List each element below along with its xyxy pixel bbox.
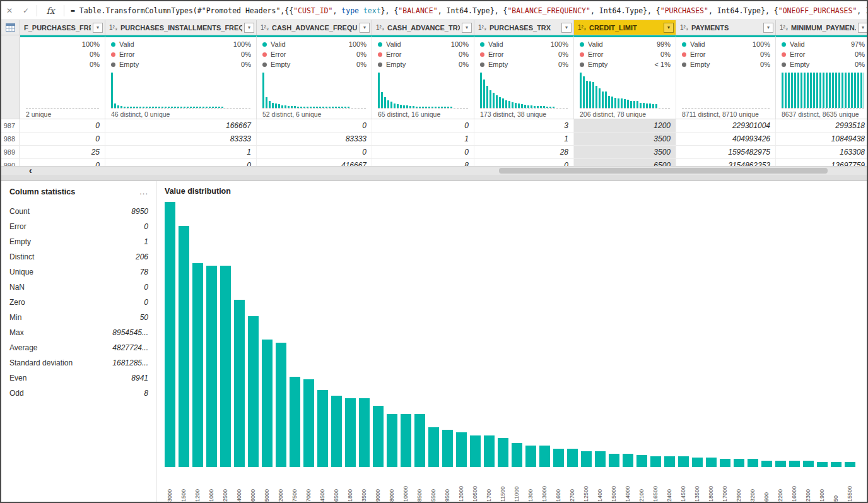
value-bar[interactable] (761, 461, 772, 468)
value-bar[interactable] (442, 430, 453, 467)
column-header-f-purchases-frequ[interactable]: F_PURCHASES_FREQU...▾ (20, 20, 105, 35)
value-bar[interactable] (636, 455, 647, 467)
table-cell[interactable]: 28 (474, 146, 574, 158)
value-bar[interactable] (775, 461, 786, 468)
filter-dropdown-icon[interactable]: ▾ (664, 23, 674, 33)
table-cell[interactable]: 1 (105, 146, 257, 158)
table-cell[interactable]: 3 (474, 119, 574, 132)
value-bar[interactable] (789, 461, 800, 468)
filter-dropdown-icon[interactable]: ▾ (93, 23, 103, 33)
value-bar[interactable] (650, 456, 661, 467)
column-header-payments[interactable]: 1²₃PAYMENTS▾ (676, 20, 776, 35)
table-cell[interactable]: 2993518 (776, 119, 867, 132)
table-cell[interactable]: 1 (372, 133, 474, 145)
table-cell[interactable]: 83333 (257, 133, 372, 145)
row-number[interactable]: 987 (1, 119, 20, 132)
table-cell[interactable]: 0 (372, 146, 474, 158)
value-bar[interactable] (553, 449, 564, 467)
scrollbar-thumb[interactable] (499, 168, 828, 174)
value-bar[interactable] (387, 414, 397, 467)
column-header-credit-limit[interactable]: 1²₃CREDIT_LIMIT▾ (574, 20, 676, 35)
filter-dropdown-icon[interactable]: ▾ (561, 23, 572, 33)
value-bar[interactable] (581, 451, 592, 467)
value-bar[interactable] (595, 451, 606, 467)
table-cell[interactable]: 3154862353 (676, 159, 776, 166)
value-bar[interactable] (567, 449, 578, 467)
value-bar[interactable] (359, 398, 370, 467)
value-bar[interactable] (678, 456, 689, 467)
cancel-formula-icon[interactable]: ✕ (1, 6, 18, 15)
value-bar[interactable] (179, 226, 189, 467)
select-all-corner[interactable] (1, 20, 20, 35)
table-cell[interactable]: 0 (372, 119, 474, 132)
table-cell[interactable]: 6500 (574, 159, 676, 166)
value-bar[interactable] (845, 462, 855, 467)
table-cell[interactable]: 3500 (574, 146, 676, 158)
column-header-minimum-paymen[interactable]: 1²₃MINIMUM_PAYMEN...▾ (776, 20, 867, 35)
value-bar[interactable] (664, 456, 675, 467)
value-bar[interactable] (276, 343, 286, 467)
horizontal-scrollbar[interactable]: ‹ (1, 166, 867, 175)
value-bar[interactable] (498, 438, 508, 467)
value-bar[interactable] (234, 300, 245, 467)
value-bar[interactable] (290, 377, 300, 467)
value-bar[interactable] (428, 427, 439, 467)
table-cell[interactable]: 0 (105, 159, 257, 166)
table-cell[interactable]: 1200 (574, 119, 676, 132)
statistics-menu-icon[interactable]: ... (139, 187, 148, 196)
commit-formula-icon[interactable]: ✓ (18, 6, 34, 15)
column-header-purchases-installments-freq[interactable]: 1²₃PURCHASES_INSTALLMENTS_FREQ...▾ (105, 20, 257, 35)
value-bar[interactable] (373, 406, 384, 467)
table-cell[interactable]: 0 (474, 159, 574, 166)
filter-dropdown-icon[interactable]: ▾ (462, 23, 472, 33)
table-cell[interactable]: 0 (20, 119, 105, 132)
table-cell[interactable]: 0 (257, 119, 372, 132)
table-cell[interactable]: 166667 (105, 119, 257, 132)
value-bar[interactable] (192, 263, 203, 467)
table-cell[interactable]: 25 (20, 146, 105, 158)
value-bar[interactable] (345, 398, 356, 467)
column-header-cash-advance-frequ[interactable]: 1²₃CASH_ADVANCE_FREQU...▾ (257, 20, 372, 35)
value-bar[interactable] (414, 414, 425, 467)
value-bar[interactable] (484, 435, 495, 467)
filter-dropdown-icon[interactable]: ▾ (763, 23, 773, 33)
value-bar[interactable] (165, 202, 175, 467)
filter-dropdown-icon[interactable]: ▾ (360, 23, 370, 33)
table-cell[interactable]: 0 (257, 146, 372, 158)
value-bar[interactable] (623, 454, 633, 467)
value-bar[interactable] (734, 459, 744, 467)
value-bar[interactable] (470, 435, 481, 467)
value-bar[interactable] (317, 390, 328, 467)
value-bar[interactable] (692, 458, 703, 467)
column-header-cash-advance-trx[interactable]: 1²₃CASH_ADVANCE_TRX▾ (372, 20, 474, 35)
value-bar[interactable] (817, 462, 828, 467)
table-cell[interactable]: 8 (372, 159, 474, 166)
table-cell[interactable]: 416667 (257, 159, 372, 166)
value-bar[interactable] (456, 432, 467, 467)
value-bar[interactable] (525, 446, 536, 467)
table-cell[interactable]: 1595482975 (676, 146, 776, 158)
value-bar[interactable] (706, 458, 717, 467)
table-cell[interactable]: 163308 (776, 146, 867, 158)
value-bar[interactable] (331, 396, 342, 467)
value-bar[interactable] (303, 379, 314, 467)
value-bar[interactable] (609, 454, 619, 467)
row-number[interactable]: 990 (1, 159, 20, 166)
table-cell[interactable]: 404993426 (676, 133, 776, 145)
value-bar[interactable] (512, 443, 522, 467)
value-bar[interactable] (401, 414, 411, 467)
scroll-left-icon[interactable]: ‹ (29, 165, 32, 175)
table-cell[interactable]: 83333 (105, 133, 257, 145)
table-cell[interactable]: 1 (474, 133, 574, 145)
table-cell[interactable]: 13697759 (776, 159, 867, 166)
row-number[interactable]: 989 (1, 146, 20, 158)
filter-dropdown-icon[interactable]: ▾ (858, 23, 867, 33)
formula-input[interactable]: = Table.TransformColumnTypes(#"Promoted … (67, 6, 867, 15)
value-bar[interactable] (539, 446, 550, 467)
table-cell[interactable]: 0 (20, 133, 105, 145)
value-bar[interactable] (220, 266, 231, 467)
value-bar[interactable] (748, 459, 758, 467)
table-cell[interactable]: 3500 (574, 133, 676, 145)
row-number[interactable]: 988 (1, 133, 20, 145)
table-cell[interactable]: 10849438 (776, 133, 867, 145)
